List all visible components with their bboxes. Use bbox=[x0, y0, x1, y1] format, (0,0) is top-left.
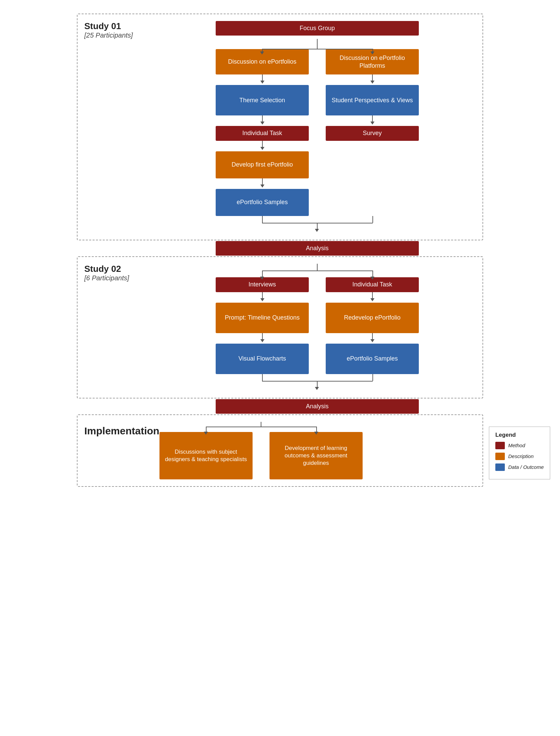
study01-title: Study 01 bbox=[84, 21, 133, 31]
impl-box1: Discussions with subject designers & tea… bbox=[159, 432, 253, 479]
legend-item-method: Method bbox=[495, 442, 544, 449]
legend-item-description: Description bbox=[495, 453, 544, 460]
legend-label-method: Method bbox=[508, 442, 525, 448]
legend-item-data: Data / Outcome bbox=[495, 463, 544, 471]
survey-box: Survey bbox=[326, 126, 419, 140]
study02-label: Study 02 [6 Participants] bbox=[84, 264, 129, 282]
legend-title: Legend bbox=[495, 432, 544, 438]
analysis2-box: Analysis bbox=[216, 399, 419, 414]
develop-first-box: Develop first ePortfolio bbox=[216, 151, 309, 178]
study01-participants: [25 Participants] bbox=[84, 31, 133, 39]
legend-color-blue bbox=[495, 463, 505, 471]
impl-box2: Development of learning outcomes & asses… bbox=[270, 432, 363, 479]
implementation-label: Implementation bbox=[84, 422, 159, 437]
study01-container: Study 01 [25 Participants] Focus Group bbox=[77, 14, 483, 240]
study01-label: Study 01 [25 Participants] bbox=[84, 21, 133, 39]
study02-title: Study 02 bbox=[84, 264, 129, 274]
implementation-diagram: Discussions with subject designers & tea… bbox=[159, 422, 363, 479]
implementation-container: Implementation Discussions with subject … bbox=[77, 414, 483, 487]
study02-participants: [6 Participants] bbox=[84, 274, 129, 282]
student-perspectives-box: Student Perspectives & Views bbox=[326, 85, 419, 115]
legend-label-description: Description bbox=[508, 453, 534, 459]
visual-flowcharts-box: Visual Flowcharts bbox=[216, 344, 309, 374]
focus-group-box: Focus Group bbox=[216, 21, 419, 36]
theme-selection-box: Theme Selection bbox=[216, 85, 309, 115]
study01-diagram: Focus Group bbox=[159, 21, 476, 230]
legend-label-data: Data / Outcome bbox=[508, 464, 544, 470]
individual-task-box: Individual Task bbox=[216, 126, 309, 140]
analysis1-container: Analysis bbox=[151, 241, 483, 256]
study02-container: Study 02 [6 Participants] Interviews bbox=[77, 256, 483, 398]
legend-color-red bbox=[495, 442, 505, 449]
eportfolio-samples-box: ePortfolio Samples bbox=[216, 189, 309, 216]
redevelop-box: Redevelop ePortfolio bbox=[326, 303, 419, 333]
legend: Legend Method Description Data / Outcome bbox=[489, 427, 550, 479]
legend-color-orange bbox=[495, 453, 505, 460]
eportfolio-samples2-box: ePortfolio Samples bbox=[326, 344, 419, 374]
analysis1-box: Analysis bbox=[216, 241, 419, 256]
analysis2-container: Analysis bbox=[151, 399, 483, 414]
page-wrapper: Study 01 [25 Participants] Focus Group bbox=[77, 14, 483, 487]
study02-diagram: Interviews Prompt: Timeline Questions Vi… bbox=[159, 264, 476, 387]
prompt-timeline-box: Prompt: Timeline Questions bbox=[216, 303, 309, 333]
